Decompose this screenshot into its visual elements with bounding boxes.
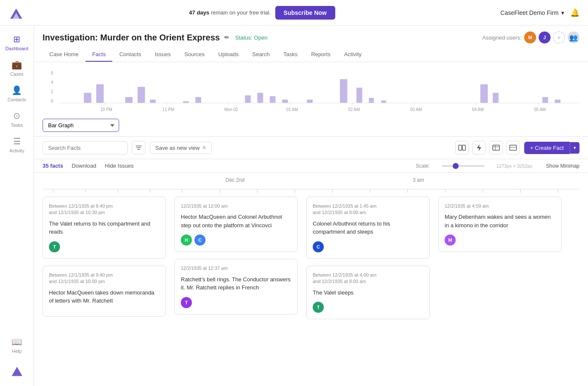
dashboard-icon: ⊞	[13, 34, 20, 44]
save-view-label: Save as new view	[155, 145, 200, 151]
sidebar-item-label: Cases	[10, 71, 23, 77]
svg-text:10 PM: 10 PM	[100, 107, 112, 112]
notification-bell-icon[interactable]: 🔔	[570, 8, 579, 17]
trial-banner: 47 days remain on your free trial. Subsc…	[189, 6, 335, 20]
fact-card-time: Between 12/1/1935 at 9:40 pmand 12/1/193…	[49, 272, 160, 285]
firm-selector[interactable]: CaseFleet Demo Firm ▾	[500, 9, 564, 16]
sidebar-item-cases[interactable]: 💼 Cases	[0, 55, 34, 81]
svg-text:4: 4	[51, 80, 53, 85]
hide-issues-link[interactable]: Hide Issues	[105, 163, 134, 169]
fact-card-time: Between 12/2/1935 at 1:45 amand 12/2/193…	[313, 203, 423, 216]
tab-tasks[interactable]: Tasks	[277, 48, 304, 62]
tab-case-home[interactable]: Case Home	[43, 48, 86, 62]
sidebar-item-activity[interactable]: ☰ Activity	[0, 132, 34, 157]
sidebar-item-dashboard[interactable]: ⊞ Dashboard	[0, 30, 34, 55]
tab-facts[interactable]: Facts	[86, 48, 113, 62]
svg-rect-34	[555, 100, 561, 103]
scale-slider[interactable]	[442, 165, 485, 167]
tab-reports[interactable]: Reports	[304, 48, 337, 62]
tab-sources[interactable]: Sources	[177, 48, 211, 62]
show-minimap-button[interactable]: Show Minimap	[546, 163, 579, 169]
sidebar-item-help[interactable]: 📖 Help	[10, 332, 24, 358]
close-save-view-icon[interactable]: ✕	[202, 145, 206, 151]
sidebar-item-label: Help	[12, 349, 22, 354]
activity-icon: ☰	[13, 136, 21, 146]
avatar: T	[313, 302, 324, 313]
subscribe-button[interactable]: Subscribe Now	[275, 6, 335, 20]
toolbar-row: Save as new view ✕	[34, 137, 588, 159]
fact-card-time: 12/2/1935 at 4:59 am	[445, 203, 555, 209]
filter-icon	[135, 145, 142, 151]
fact-card[interactable]: 12/2/1935 at 12:37 am Ratchett's bell ri…	[174, 259, 298, 314]
create-fact-main-button[interactable]: + Create Fact	[524, 142, 570, 154]
tab-search[interactable]: Search	[245, 48, 277, 62]
timeline-tick-row	[43, 189, 579, 193]
timeline-cards-row: Between 12/1/1935 at 9:40 pmand 12/1/193…	[43, 197, 579, 319]
case-header: Investigation: Murder on the Orient Expr…	[34, 26, 588, 62]
avatar: T	[181, 297, 192, 308]
avatar: H	[181, 234, 192, 246]
fact-card-text: Colonel Arbuthnot returns to his compart…	[313, 220, 423, 236]
card-view-button[interactable]	[506, 141, 520, 154]
manage-users-icon[interactable]: 👥	[568, 31, 579, 43]
svg-rect-33	[542, 97, 548, 103]
svg-rect-28	[357, 88, 363, 103]
svg-text:2: 2	[51, 89, 53, 94]
fact-card[interactable]: 12/2/1935 at 12:00 am Hector MacQueen an…	[174, 197, 298, 252]
tab-contacts[interactable]: Contacts	[112, 48, 148, 62]
firm-name: CaseFleet Demo Firm	[500, 9, 559, 16]
lightning-button[interactable]	[472, 141, 486, 154]
fact-card[interactable]: Between 12/1/1935 at 9:40 pmand 12/1/193…	[43, 266, 166, 317]
svg-rect-23	[257, 93, 263, 103]
download-link[interactable]: Download	[71, 163, 96, 169]
svg-rect-19	[150, 100, 156, 103]
tab-activity[interactable]: Activity	[337, 48, 368, 62]
open-book-view-button[interactable]	[455, 141, 469, 154]
search-facts-input[interactable]	[43, 141, 128, 154]
svg-text:04 AM: 04 AM	[472, 107, 484, 112]
controls-row: Bar Graph Line Graph Dot Plot	[34, 114, 588, 137]
timeline-date-dec2: Dec 2nd	[225, 177, 245, 183]
fact-card[interactable]: Between 12/2/1935 at 4:00 amand 12/2/193…	[306, 266, 430, 319]
timeline-area: Dec 2nd 3 am	[34, 173, 588, 386]
scale-dims: 1273px × 3252px	[497, 163, 533, 169]
svg-rect-32	[493, 93, 499, 103]
filter-button[interactable]	[132, 141, 146, 154]
sidebar-item-logo-bottom	[10, 360, 24, 382]
fact-card-time: Between 12/2/1935 at 4:00 amand 12/2/193…	[313, 272, 423, 285]
fact-card-text: Hector MacQueen and Colonel Arbuthnot st…	[181, 213, 291, 229]
app-logo	[9, 5, 24, 20]
fact-card-avatars: H C	[181, 234, 291, 246]
topbar-right: CaseFleet Demo Firm ▾ 🔔	[500, 8, 579, 17]
fact-card[interactable]: 12/2/1935 at 4:59 am Mary Debenham wakes…	[438, 197, 562, 252]
svg-rect-27	[340, 79, 347, 103]
svg-text:Mon 02: Mon 02	[224, 107, 238, 112]
save-view-button[interactable]: Save as new view ✕	[150, 142, 212, 154]
avatar: J	[539, 31, 551, 43]
svg-text:0: 0	[51, 99, 53, 103]
sidebar-item-tasks[interactable]: ⊙ Tasks	[0, 106, 34, 132]
svg-marker-49	[477, 144, 481, 151]
svg-rect-22	[245, 95, 251, 103]
avatar: M	[524, 31, 536, 43]
fact-card[interactable]: Between 12/2/1935 at 1:45 amand 12/2/193…	[306, 197, 430, 259]
assigned-users-section: Assigned users: M J + 👥	[482, 31, 580, 43]
timeline-col-1: 12/2/1935 at 12:00 am Hector MacQueen an…	[174, 197, 298, 315]
table-icon	[492, 145, 500, 151]
svg-text:03 AM: 03 AM	[410, 107, 422, 112]
sidebar-item-contacts[interactable]: 👤 Contacts	[0, 81, 34, 106]
tab-uploads[interactable]: Uploads	[211, 48, 245, 62]
add-user-button[interactable]: +	[553, 31, 565, 43]
svg-text:01 AM: 01 AM	[286, 107, 298, 112]
edit-title-icon[interactable]: ✏	[224, 34, 229, 41]
graph-type-select[interactable]: Bar Graph Line Graph Dot Plot	[43, 119, 119, 132]
search-facts-wrap	[43, 141, 128, 154]
create-fact-dropdown-button[interactable]: ▾	[570, 142, 579, 154]
trial-days: 47 days	[189, 9, 209, 16]
fact-card[interactable]: Between 12/1/1935 at 9:40 pmand 12/1/193…	[43, 197, 166, 259]
fact-card-text: Ratchett's bell rings. The Conductor ans…	[181, 275, 291, 292]
table-view-button[interactable]	[489, 141, 503, 154]
scale-label: Scale:	[416, 163, 430, 169]
timeline-col-2: Between 12/2/1935 at 1:45 amand 12/2/193…	[306, 197, 430, 319]
tab-issues[interactable]: Issues	[148, 48, 178, 62]
